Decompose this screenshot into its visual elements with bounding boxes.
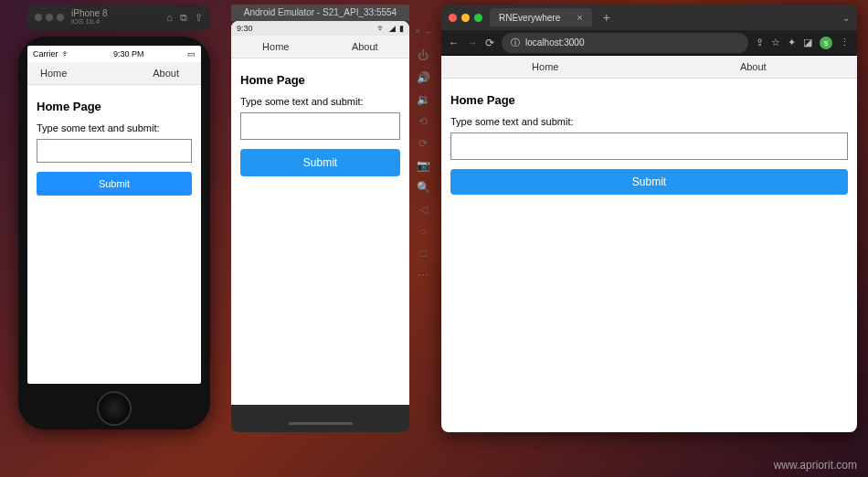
page-title: Home Page bbox=[37, 100, 192, 113]
submit-button[interactable]: Submit bbox=[450, 169, 848, 195]
prompt-label: Type some text and submit: bbox=[240, 96, 400, 107]
info-icon: ⓘ bbox=[511, 37, 520, 49]
emu-close-icon[interactable]: × bbox=[415, 26, 420, 37]
browser-window: RNEverywhere × + ⌄ ← → ⟳ ⓘ localhost:300… bbox=[441, 5, 857, 432]
menu-icon[interactable]: ⋮ bbox=[840, 37, 850, 48]
share-icon[interactable]: ⇧ bbox=[195, 12, 203, 24]
window-traffic-lights[interactable] bbox=[449, 14, 482, 22]
tab-home[interactable]: Home bbox=[231, 36, 321, 58]
bookmark-icon[interactable]: ☆ bbox=[771, 37, 780, 48]
app-nav-bar: Home About bbox=[231, 36, 409, 58]
android-emulator-titlebar: Android Emulator - S21_API_33:5554 bbox=[231, 5, 409, 21]
page-title: Home Page bbox=[450, 93, 848, 107]
profile-avatar[interactable]: s bbox=[820, 37, 832, 49]
wifi-icon: ᯤ bbox=[62, 49, 70, 58]
tab-about[interactable]: About bbox=[321, 36, 410, 58]
forward-button[interactable]: → bbox=[467, 37, 478, 49]
iphone-device-frame: Carrier ᯤ 9:30 PM ▭ Home About Home Page… bbox=[18, 37, 210, 429]
home-icon[interactable]: ○ bbox=[419, 225, 426, 238]
camera-icon[interactable]: 📷 bbox=[417, 159, 430, 172]
puzzle-icon[interactable]: ◪ bbox=[803, 37, 812, 48]
iphone-home-button[interactable] bbox=[97, 391, 132, 426]
android-screen: 9:30 ᯤ ◢ ▮ Home About Home Page Type som… bbox=[231, 21, 409, 405]
close-icon[interactable]: × bbox=[577, 12, 582, 23]
page-title: Home Page bbox=[240, 73, 400, 87]
app-nav-bar: Home About bbox=[441, 56, 857, 79]
url-input[interactable]: ⓘ localhost:3000 bbox=[502, 33, 748, 53]
tab-title: RNEverywhere bbox=[499, 13, 560, 23]
tab-home[interactable]: Home bbox=[441, 56, 650, 78]
iphone-screen: Carrier ᯤ 9:30 PM ▭ Home About Home Page… bbox=[27, 46, 201, 384]
browser-tab[interactable]: RNEverywhere × bbox=[490, 8, 592, 26]
page-content: Home Page Type some text and submit: Sub… bbox=[27, 85, 201, 205]
clock-label: 9:30 bbox=[237, 24, 253, 33]
more-icon[interactable]: ⋯ bbox=[418, 269, 429, 281]
android-device-frame: 9:30 ᯤ ◢ ▮ Home About Home Page Type som… bbox=[231, 21, 409, 432]
app-nav-bar: Home About bbox=[27, 62, 201, 85]
android-gesture-bar[interactable] bbox=[231, 422, 409, 425]
battery-icon: ▭ bbox=[187, 49, 196, 58]
sim-os-version: iOS 16.4 bbox=[71, 18, 107, 26]
reload-button[interactable]: ⟳ bbox=[485, 37, 494, 49]
rotate-right-icon[interactable]: ⟳ bbox=[418, 137, 428, 150]
power-icon[interactable]: ⏻ bbox=[418, 49, 429, 62]
ios-status-bar: Carrier ᯤ 9:30 PM ▭ bbox=[27, 46, 201, 62]
extensions-icon[interactable]: ✦ bbox=[788, 37, 796, 48]
watermark-text: www.apriorit.com bbox=[774, 459, 857, 472]
clock-label: 9:30 PM bbox=[113, 49, 144, 58]
tab-home[interactable]: Home bbox=[27, 62, 79, 84]
back-icon[interactable]: ◁ bbox=[419, 203, 428, 216]
submit-button[interactable]: Submit bbox=[240, 149, 400, 176]
url-text: localhost:3000 bbox=[525, 37, 585, 48]
tabs-dropdown-icon[interactable]: ⌄ bbox=[842, 13, 850, 23]
home-icon[interactable]: ⌂ bbox=[166, 12, 173, 24]
tab-about[interactable]: About bbox=[140, 62, 192, 84]
carrier-label: Carrier bbox=[33, 49, 58, 58]
emu-minimize-icon[interactable]: – bbox=[426, 26, 431, 37]
submit-button[interactable]: Submit bbox=[37, 172, 192, 196]
screenshot-icon[interactable]: ⧉ bbox=[180, 12, 187, 24]
wifi-icon: ᯤ bbox=[377, 24, 386, 33]
browser-viewport: Home About Home Page Type some text and … bbox=[441, 56, 857, 432]
browser-titlebar: RNEverywhere × + ⌄ bbox=[441, 5, 857, 30]
volume-up-icon[interactable]: 🔊 bbox=[417, 71, 430, 84]
new-tab-button[interactable]: + bbox=[603, 10, 610, 25]
page-content: Home Page Type some text and submit: Sub… bbox=[441, 79, 857, 204]
text-input[interactable] bbox=[37, 139, 192, 163]
page-content: Home Page Type some text and submit: Sub… bbox=[231, 58, 409, 186]
zoom-icon[interactable]: 🔍 bbox=[417, 181, 430, 194]
volume-down-icon[interactable]: 🔉 bbox=[417, 93, 430, 106]
prompt-label: Type some text and submit: bbox=[450, 116, 848, 127]
prompt-label: Type some text and submit: bbox=[37, 122, 192, 133]
text-input[interactable] bbox=[450, 132, 848, 160]
share-icon[interactable]: ⇪ bbox=[756, 37, 764, 48]
tab-about[interactable]: About bbox=[650, 56, 858, 78]
battery-icon: ▮ bbox=[399, 24, 404, 33]
signal-icon: ◢ bbox=[389, 24, 396, 33]
ios-simulator-titlebar: iPhone 8 iOS 16.4 ⌂ ⧉ ⇧ bbox=[27, 5, 210, 30]
back-button[interactable]: ← bbox=[449, 37, 460, 49]
text-input[interactable] bbox=[240, 112, 400, 140]
window-traffic-lights[interactable] bbox=[35, 14, 64, 21]
emulator-side-toolbar: × – ⏻ 🔊 🔉 ⟲ ⟳ 📷 🔍 ◁ ○ □ ⋯ bbox=[413, 21, 433, 281]
rotate-left-icon[interactable]: ⟲ bbox=[418, 115, 428, 128]
android-status-bar: 9:30 ᯤ ◢ ▮ bbox=[231, 21, 409, 36]
overview-icon[interactable]: □ bbox=[419, 247, 426, 260]
browser-address-bar: ← → ⟳ ⓘ localhost:3000 ⇪ ☆ ✦ ◪ s ⋮ bbox=[441, 30, 857, 56]
